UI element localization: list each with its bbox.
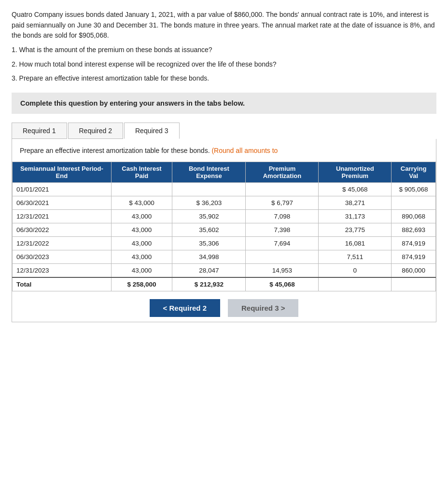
problem-text: Quatro Company issues bonds dated Januar… — [12, 10, 436, 84]
cell-premium-amort: 7,398 — [246, 223, 319, 237]
cell-cash-interest: $ 43,000 — [111, 196, 172, 210]
next-required-3-button[interactable]: Required 3 > — [228, 299, 298, 317]
cell-bond-interest — [172, 183, 246, 196]
panel-description: Prepare an effective interest amortizati… — [12, 146, 436, 162]
cell-premium-amort: $ 45,068 — [246, 277, 319, 291]
cell-unamortized-premium: 23,775 — [319, 223, 392, 237]
cell-unamortized-premium: 7,511 — [319, 250, 392, 264]
table-row: 12/31/202143,00035,9027,09831,173890,068 — [13, 210, 436, 223]
cell-bond-interest: $ 36,203 — [172, 196, 246, 210]
cell-cash-interest — [111, 183, 172, 196]
problem-q2: 2. How much total bond interest expense … — [12, 59, 436, 70]
tab-required-2[interactable]: Required 2 — [68, 123, 124, 139]
cell-unamortized-premium: 31,173 — [319, 210, 392, 223]
cell-carrying-value: $ 905,068 — [392, 183, 436, 196]
col-header-period: Semiannual Interest Period-End — [13, 162, 112, 183]
col-header-cash-interest: Cash Interest Paid — [111, 162, 172, 183]
cell-premium-amort: $ 6,797 — [246, 196, 319, 210]
cell-unamortized-premium: $ 45,068 — [319, 183, 392, 196]
cell-bond-interest: 35,602 — [172, 223, 246, 237]
cell-carrying-value — [392, 277, 436, 291]
panel-highlight: (Round all amounts to — [211, 147, 278, 154]
cell-cash-interest: 43,000 — [111, 223, 172, 237]
table-row: 01/01/2021$ 45,068$ 905,068 — [13, 183, 436, 196]
instruction-box: Complete this question by entering your … — [12, 93, 436, 114]
cell-premium-amort — [246, 183, 319, 196]
col-header-bond-interest: Bond Interest Expense — [172, 162, 246, 183]
col-header-unamortized: Unamortized Premium — [319, 162, 392, 183]
table-row: 06/30/2021$ 43,000$ 36,203$ 6,79738,271 — [13, 196, 436, 210]
cell-period: 12/31/2021 — [13, 210, 112, 223]
cell-cash-interest: 43,000 — [111, 250, 172, 264]
col-header-premium-amort: Premium Amortization — [246, 162, 319, 183]
cell-unamortized-premium — [319, 277, 392, 291]
cell-premium-amort: 7,098 — [246, 210, 319, 223]
cell-unamortized-premium: 38,271 — [319, 196, 392, 210]
dollar-sign: $ — [196, 199, 202, 206]
cell-period: Total — [13, 277, 112, 291]
dollar-sign: $ — [399, 186, 405, 193]
cell-bond-interest: 35,306 — [172, 237, 246, 250]
table-row: 06/30/202343,00034,9987,511874,919 — [13, 250, 436, 264]
problem-q3: 3. Prepare an effective interest amortiz… — [12, 73, 436, 84]
prev-required-2-button[interactable]: < Required 2 — [150, 299, 220, 317]
tab-required-3[interactable]: Required 3 — [124, 123, 180, 139]
table-row: 06/30/202243,00035,6027,39823,775882,693 — [13, 223, 436, 237]
panel-desc-text: Prepare an effective interest amortizati… — [20, 147, 210, 154]
dollar-sign: $ — [127, 281, 132, 288]
dollar-sign: $ — [271, 199, 277, 206]
dollar-sign: $ — [195, 281, 200, 288]
cell-bond-interest: 35,902 — [172, 210, 246, 223]
cell-bond-interest: 34,998 — [172, 250, 246, 264]
cell-unamortized-premium: 0 — [319, 264, 392, 278]
table-row: Total$ 258,000$ 212,932$ 45,068 — [13, 277, 436, 291]
cell-carrying-value — [392, 196, 436, 210]
cell-unamortized-premium: 16,081 — [319, 237, 392, 250]
cell-period: 01/01/2021 — [13, 183, 112, 196]
table-row: 12/31/202243,00035,3067,69416,081874,919 — [13, 237, 436, 250]
table-row: 12/31/202343,00028,04714,9530860,000 — [13, 264, 436, 278]
dollar-sign: $ — [269, 281, 275, 288]
tabs-container: Required 1 Required 2 Required 3 — [12, 123, 436, 139]
cell-carrying-value: 874,919 — [392, 250, 436, 264]
cell-period: 12/31/2023 — [13, 264, 112, 278]
cell-carrying-value: 882,693 — [392, 223, 436, 237]
col-header-carrying-val: Carrying Val — [392, 162, 436, 183]
tab-required-1[interactable]: Required 1 — [12, 123, 67, 139]
cell-premium-amort: 14,953 — [246, 264, 319, 278]
cell-bond-interest: $ 212,932 — [172, 277, 246, 291]
dollar-sign: $ — [342, 186, 348, 193]
tab-panel-required-3: Prepare an effective interest amortizati… — [12, 139, 436, 322]
cell-premium-amort: 7,694 — [246, 237, 319, 250]
cell-cash-interest: 43,000 — [111, 210, 172, 223]
problem-q1: 1. What is the amount of the premium on … — [12, 45, 436, 55]
cell-carrying-value: 874,919 — [392, 237, 436, 250]
cell-period: 06/30/2022 — [13, 223, 112, 237]
dollar-sign: $ — [129, 199, 134, 206]
cell-period: 12/31/2022 — [13, 237, 112, 250]
cell-carrying-value: 860,000 — [392, 264, 436, 278]
cell-bond-interest: 28,047 — [172, 264, 246, 278]
cell-cash-interest: 43,000 — [111, 237, 172, 250]
cell-carrying-value: 890,068 — [392, 210, 436, 223]
bottom-nav: < Required 2 Required 3 > — [12, 291, 436, 322]
problem-paragraph-1: Quatro Company issues bonds dated Januar… — [12, 10, 436, 41]
cell-period: 06/30/2021 — [13, 196, 112, 210]
cell-cash-interest: 43,000 — [111, 264, 172, 278]
cell-period: 06/30/2023 — [13, 250, 112, 264]
amortization-table: Semiannual Interest Period-End Cash Inte… — [12, 162, 436, 291]
cell-premium-amort — [246, 250, 319, 264]
cell-cash-interest: $ 258,000 — [111, 277, 172, 291]
